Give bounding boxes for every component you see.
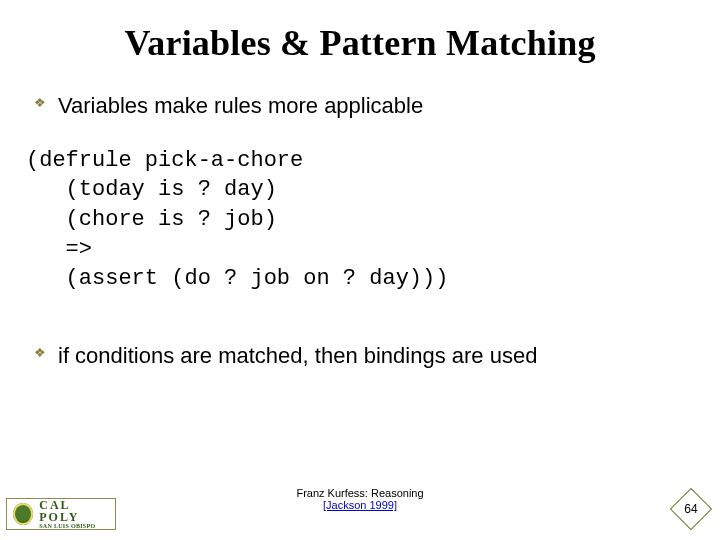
- page-number-badge: 64: [676, 494, 706, 524]
- credit-line: Franz Kurfess: Reasoning [Jackson 1999]: [0, 487, 720, 512]
- credit-author: Franz Kurfess: Reasoning: [296, 487, 423, 499]
- bullet-text: Variables make rules more applicable: [58, 92, 423, 120]
- page-number: 64: [676, 494, 706, 524]
- bullet-item: ❖ if conditions are matched, then bindin…: [34, 342, 686, 370]
- logo-line2: SAN LUIS OBISPO: [39, 523, 109, 529]
- code-block: (defrule pick-a-chore (today is ? day) (…: [26, 146, 686, 294]
- diamond-bullet-icon: ❖: [34, 96, 48, 109]
- slide-body: ❖ Variables make rules more applicable (…: [0, 64, 720, 369]
- diamond-bullet-icon: ❖: [34, 346, 48, 359]
- bullet-item: ❖ Variables make rules more applicable: [34, 92, 686, 120]
- bullet-text: if conditions are matched, then bindings…: [58, 342, 537, 370]
- footer: CAL POLY SAN LUIS OBISPO Franz Kurfess: …: [0, 482, 720, 530]
- citation-link[interactable]: [Jackson 1999]: [323, 499, 397, 511]
- slide: Variables & Pattern Matching ❖ Variables…: [0, 0, 720, 540]
- slide-title: Variables & Pattern Matching: [0, 0, 720, 64]
